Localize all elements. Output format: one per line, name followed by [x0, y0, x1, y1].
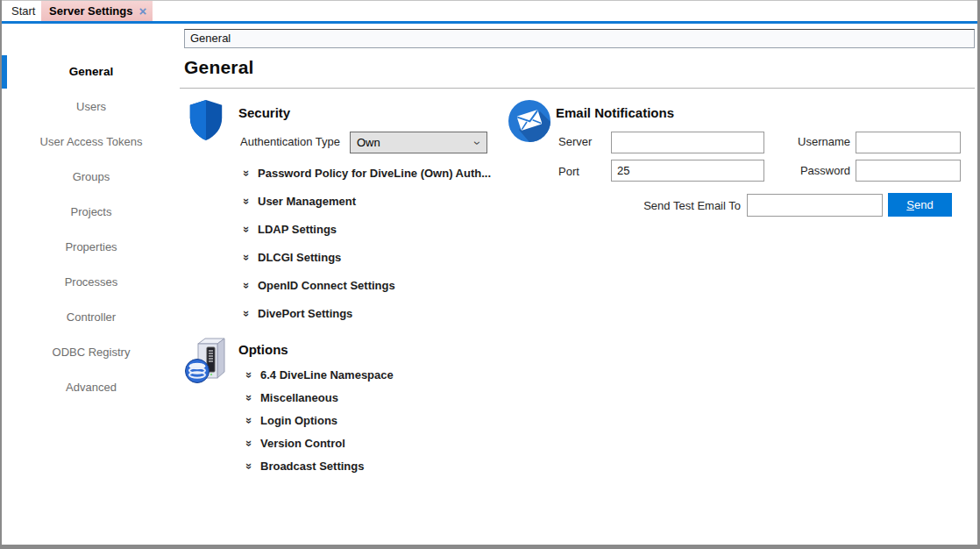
double-chevron-down-icon: »	[243, 391, 256, 404]
section-label: OpenID Connect Settings	[258, 279, 395, 292]
send-accelerator: S	[906, 198, 914, 211]
section-password-policy[interactable]: » Password Policy for DiveLine (Own) Aut…	[240, 159, 491, 187]
section-label: DLCGI Settings	[258, 251, 341, 264]
security-section-title: Security	[238, 105, 290, 120]
section-broadcast-settings[interactable]: » Broadcast Settings	[243, 454, 394, 477]
options-collapsible-list: » 6.4 DiveLine Namespace » Miscellaneous…	[243, 363, 394, 477]
double-chevron-down-icon: »	[240, 223, 253, 236]
chevron-down-icon: ›	[472, 140, 486, 145]
shield-icon	[186, 98, 226, 142]
server-settings-window: Start Server Settings × General Users Us…	[0, 0, 980, 549]
section-diveline-namespace[interactable]: » 6.4 DiveLine Namespace	[243, 363, 394, 386]
double-chevron-down-icon: »	[240, 307, 253, 320]
send-button[interactable]: Send	[888, 193, 952, 217]
heading-divider	[180, 88, 975, 89]
sidebar-item-processes[interactable]: Processes	[2, 265, 181, 300]
double-chevron-down-icon: »	[243, 460, 256, 473]
sidebar-item-user-access-tokens[interactable]: User Access Tokens	[2, 125, 181, 160]
breadcrumb[interactable]: General	[184, 29, 975, 48]
username-label: Username	[780, 135, 850, 149]
section-login-options[interactable]: » Login Options	[243, 409, 394, 431]
section-label: DivePort Settings	[258, 307, 352, 320]
section-label: Miscellaneous	[260, 391, 338, 404]
security-collapsible-list: » Password Policy for DiveLine (Own) Aut…	[240, 159, 491, 327]
server-label: Server	[558, 135, 592, 149]
section-label: Version Control	[260, 437, 345, 450]
accent-divider	[0, 21, 980, 24]
window-border-left	[0, 0, 2, 549]
sidebar-item-general[interactable]: General	[2, 54, 181, 89]
options-section-title: Options	[238, 342, 288, 357]
tab-label: Server Settings	[49, 4, 132, 18]
double-chevron-down-icon: »	[240, 251, 253, 264]
port-input[interactable]	[611, 160, 764, 182]
authentication-type-value: Own	[357, 136, 476, 149]
sidebar-item-advanced[interactable]: Advanced	[2, 370, 181, 405]
double-chevron-down-icon: »	[240, 167, 253, 180]
password-label: Password	[780, 164, 850, 178]
section-ldap-settings[interactable]: » LDAP Settings	[240, 215, 491, 243]
double-chevron-down-icon: »	[240, 195, 253, 208]
section-label: LDAP Settings	[258, 223, 337, 236]
sidebar-item-users[interactable]: Users	[2, 89, 181, 125]
section-version-control[interactable]: » Version Control	[243, 431, 394, 454]
authentication-type-select[interactable]: Own ›	[350, 132, 487, 153]
username-input[interactable]	[856, 132, 961, 153]
section-user-management[interactable]: » User Management	[240, 187, 491, 215]
section-miscellaneous[interactable]: » Miscellaneous	[243, 386, 394, 409]
double-chevron-down-icon: »	[240, 279, 253, 292]
section-dlcgi-settings[interactable]: » DLCGI Settings	[240, 243, 491, 271]
close-icon[interactable]: ×	[138, 5, 146, 18]
page-title: General	[184, 57, 254, 78]
window-border-top	[0, 0, 980, 1]
authentication-type-label: Authentication Type	[240, 135, 340, 149]
email-section-title: Email Notifications	[556, 105, 674, 120]
window-border-bottom	[0, 545, 980, 549]
sidebar-item-projects[interactable]: Projects	[2, 195, 181, 230]
section-label: Broadcast Settings	[260, 460, 364, 473]
password-input[interactable]	[856, 160, 961, 182]
email-icon	[508, 100, 550, 142]
double-chevron-down-icon: »	[243, 368, 256, 381]
tab-start[interactable]: Start	[2, 1, 45, 21]
double-chevron-down-icon: »	[243, 414, 256, 427]
sidebar: General Users User Access Tokens Groups …	[2, 54, 181, 405]
sidebar-item-controller[interactable]: Controller	[2, 300, 181, 335]
send-test-email-input[interactable]	[747, 194, 883, 217]
tab-server-settings[interactable]: Server Settings ×	[41, 1, 153, 21]
double-chevron-down-icon: »	[243, 437, 256, 450]
section-label: 6.4 DiveLine Namespace	[260, 368, 394, 381]
section-diveport-settings[interactable]: » DivePort Settings	[240, 299, 491, 327]
section-label: User Management	[258, 195, 356, 208]
sidebar-item-properties[interactable]: Properties	[2, 230, 181, 265]
sidebar-item-groups[interactable]: Groups	[2, 160, 181, 195]
section-openid-connect-settings[interactable]: » OpenID Connect Settings	[240, 271, 491, 299]
section-label: Login Options	[260, 414, 337, 427]
server-input[interactable]	[611, 132, 764, 153]
send-label-rest: end	[914, 198, 934, 211]
server-database-icon	[185, 336, 229, 385]
sidebar-item-odbc-registry[interactable]: ODBC Registry	[2, 335, 181, 370]
section-label: Password Policy for DiveLine (Own) Auth.…	[258, 167, 491, 180]
port-label: Port	[558, 165, 579, 179]
send-test-email-label: Send Test Email To	[614, 199, 741, 213]
